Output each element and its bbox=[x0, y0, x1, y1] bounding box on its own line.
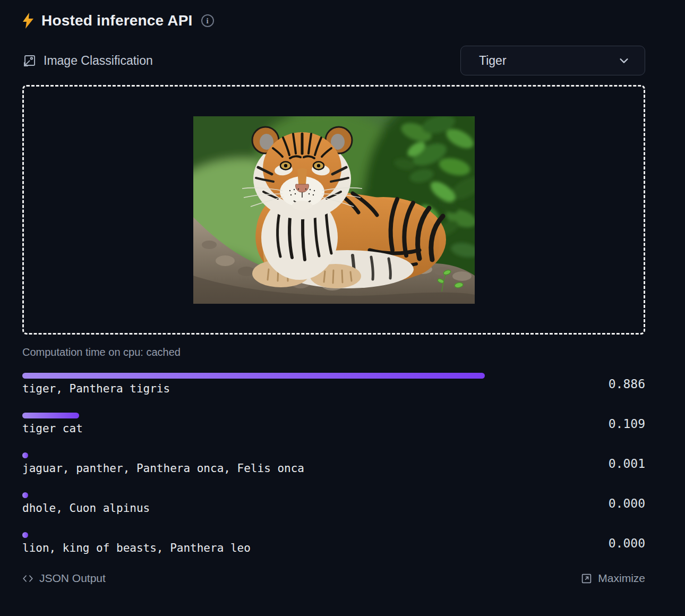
result-row: jaguar, panther, Panthera onca, Felis on… bbox=[22, 452, 645, 475]
score-bar bbox=[22, 452, 28, 458]
task-label: Image Classification bbox=[44, 54, 153, 68]
widget-header: Hosted inference API i bbox=[22, 10, 645, 32]
widget-footer: JSON Output Maximize bbox=[22, 572, 645, 585]
result-row: tiger cat 0.109 bbox=[22, 413, 645, 435]
score-value: 0.000 bbox=[544, 497, 645, 510]
example-select[interactable]: Tiger bbox=[460, 46, 645, 75]
maximize-icon bbox=[581, 573, 592, 584]
example-select-value: Tiger bbox=[479, 54, 507, 68]
class-label: dhole, Cuon alpinus bbox=[22, 502, 544, 515]
task-row: Image Classification Tiger bbox=[22, 46, 645, 75]
result-row: tiger, Panthera tigris 0.886 bbox=[22, 373, 645, 395]
info-icon[interactable]: i bbox=[201, 14, 214, 27]
score-value: 0.886 bbox=[544, 377, 645, 391]
classification-results: tiger, Panthera tigris 0.886 tiger cat 0… bbox=[22, 373, 645, 554]
code-icon bbox=[22, 573, 33, 584]
class-label: tiger, Panthera tigris bbox=[22, 382, 544, 395]
image-classification-icon bbox=[22, 54, 37, 68]
input-image bbox=[193, 116, 475, 304]
score-bar bbox=[22, 532, 28, 538]
result-row: dhole, Cuon alpinus 0.000 bbox=[22, 492, 645, 515]
result-row: lion, king of beasts, Panthera leo 0.000 bbox=[22, 532, 645, 554]
json-output-label: JSON Output bbox=[39, 572, 106, 585]
task-label-group: Image Classification bbox=[22, 54, 153, 68]
score-bar bbox=[22, 492, 28, 498]
maximize-label: Maximize bbox=[598, 572, 645, 585]
score-value: 0.001 bbox=[544, 457, 645, 470]
score-bar bbox=[22, 413, 79, 418]
maximize-button[interactable]: Maximize bbox=[581, 572, 645, 585]
chevron-down-icon bbox=[618, 55, 630, 66]
class-label: lion, king of beasts, Panthera leo bbox=[22, 542, 544, 554]
score-value: 0.000 bbox=[544, 536, 645, 550]
score-value: 0.109 bbox=[544, 417, 645, 431]
lightning-icon bbox=[22, 13, 34, 29]
computation-time: Computation time on cpu: cached bbox=[22, 346, 645, 358]
page-title: Hosted inference API bbox=[41, 12, 193, 29]
class-label: jaguar, panther, Panthera onca, Felis on… bbox=[22, 462, 544, 475]
class-label: tiger cat bbox=[22, 422, 544, 435]
json-output-button[interactable]: JSON Output bbox=[22, 572, 106, 585]
score-bar bbox=[22, 373, 485, 379]
hosted-inference-widget: Hosted inference API i Image Classificat… bbox=[0, 0, 685, 585]
image-dropzone[interactable] bbox=[22, 85, 645, 335]
